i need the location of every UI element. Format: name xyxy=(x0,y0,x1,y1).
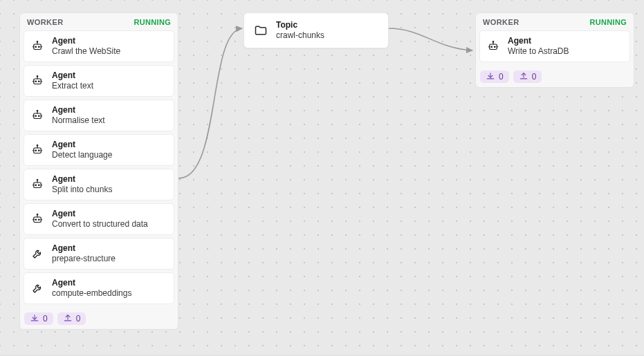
input-count: 0 xyxy=(43,314,48,324)
wrench-icon xyxy=(31,282,44,294)
agent-label: Agent xyxy=(52,140,112,150)
agent-desc: Crawl the WebSite xyxy=(52,46,120,57)
agent-label: Agent xyxy=(52,71,93,81)
svg-point-18 xyxy=(35,185,37,186)
robot-icon xyxy=(31,75,44,87)
topic-card[interactable]: Topic crawl-chunks xyxy=(243,12,389,48)
wrench-icon xyxy=(31,247,44,260)
svg-point-7 xyxy=(39,81,40,82)
svg-point-19 xyxy=(39,185,40,186)
robot-icon xyxy=(31,40,44,53)
input-count: 0 xyxy=(499,72,504,82)
topic-title: Topic xyxy=(276,20,324,30)
agent-item[interactable]: AgentCrawl the WebSite xyxy=(24,30,174,62)
svg-point-10 xyxy=(35,115,37,117)
agent-desc: compute-embeddings xyxy=(52,288,131,299)
topic-name: crawl-chunks xyxy=(276,30,324,41)
svg-rect-16 xyxy=(34,182,42,188)
output-count: 0 xyxy=(76,314,81,324)
agent-item[interactable]: Agentcompute-embeddings xyxy=(24,272,174,304)
svg-point-26 xyxy=(491,46,493,48)
svg-point-9 xyxy=(37,111,38,112)
svg-point-22 xyxy=(35,219,37,221)
agent-item[interactable]: AgentDetect language xyxy=(24,134,174,166)
svg-rect-12 xyxy=(34,148,42,153)
robot-icon xyxy=(31,109,44,122)
svg-rect-4 xyxy=(34,79,42,84)
worker-card-1[interactable]: WORKER RUNNING AgentCrawl the WebSiteAge… xyxy=(19,12,178,330)
svg-rect-20 xyxy=(34,217,42,223)
svg-point-2 xyxy=(35,46,37,48)
svg-rect-8 xyxy=(34,113,42,119)
agent-label: Agent xyxy=(52,243,116,254)
agent-item[interactable]: AgentConvert to structured data xyxy=(24,203,174,235)
agent-desc: Write to AstraDB xyxy=(508,46,569,57)
worker-header: WORKER RUNNING xyxy=(20,13,178,30)
agent-item[interactable]: Agentprepare-structure xyxy=(24,238,174,270)
agent-item[interactable]: AgentWrite to AstraDB xyxy=(479,30,630,62)
svg-point-15 xyxy=(39,150,40,151)
agent-label: Agent xyxy=(52,209,148,219)
input-count-pill[interactable]: 0 xyxy=(24,312,53,325)
agent-desc: prepare-structure xyxy=(52,254,116,264)
svg-point-11 xyxy=(39,115,40,117)
agent-desc: Extract text xyxy=(52,81,93,91)
svg-rect-0 xyxy=(34,44,42,50)
agent-item[interactable]: AgentNormalise text xyxy=(24,100,174,131)
worker-title: WORKER xyxy=(27,18,64,26)
robot-icon xyxy=(487,40,499,53)
agent-desc: Normalise text xyxy=(52,115,105,126)
svg-rect-24 xyxy=(490,44,497,50)
agent-item[interactable]: AgentSplit into chunks xyxy=(24,169,174,200)
svg-point-14 xyxy=(35,150,37,151)
agent-label: Agent xyxy=(52,278,131,288)
svg-point-6 xyxy=(35,81,37,82)
status-badge: RUNNING xyxy=(590,18,627,26)
output-count-pill[interactable]: 0 xyxy=(513,71,542,83)
worker-header: WORKER RUNNING xyxy=(476,13,634,30)
agent-label: Agent xyxy=(52,174,112,185)
folder-icon xyxy=(254,24,268,37)
svg-point-5 xyxy=(37,76,38,77)
output-count: 0 xyxy=(532,72,537,82)
svg-point-17 xyxy=(37,180,38,181)
io-row: 0 0 xyxy=(476,67,634,87)
status-badge: RUNNING xyxy=(134,18,171,26)
input-count-pill[interactable]: 0 xyxy=(480,71,509,83)
agent-label: Agent xyxy=(508,36,569,46)
output-count-pill[interactable]: 0 xyxy=(57,312,86,325)
svg-point-1 xyxy=(37,41,38,43)
agent-desc: Split into chunks xyxy=(52,185,112,195)
robot-icon xyxy=(31,144,44,156)
svg-point-25 xyxy=(493,41,494,43)
robot-icon xyxy=(31,178,44,191)
robot-icon xyxy=(31,213,44,225)
svg-point-13 xyxy=(37,145,38,147)
agent-label: Agent xyxy=(52,36,120,46)
agent-desc: Convert to structured data xyxy=(52,219,148,229)
worker-title: WORKER xyxy=(483,18,519,26)
io-row: 0 0 xyxy=(20,309,178,329)
svg-point-23 xyxy=(39,219,40,221)
svg-point-27 xyxy=(495,46,496,48)
svg-point-21 xyxy=(37,214,38,216)
agent-item[interactable]: AgentExtract text xyxy=(24,65,174,97)
agent-label: Agent xyxy=(52,105,105,115)
worker-card-2[interactable]: WORKER RUNNING AgentWrite to AstraDB 0 0 xyxy=(475,12,634,88)
svg-point-3 xyxy=(39,46,40,48)
agent-desc: Detect language xyxy=(52,150,112,160)
